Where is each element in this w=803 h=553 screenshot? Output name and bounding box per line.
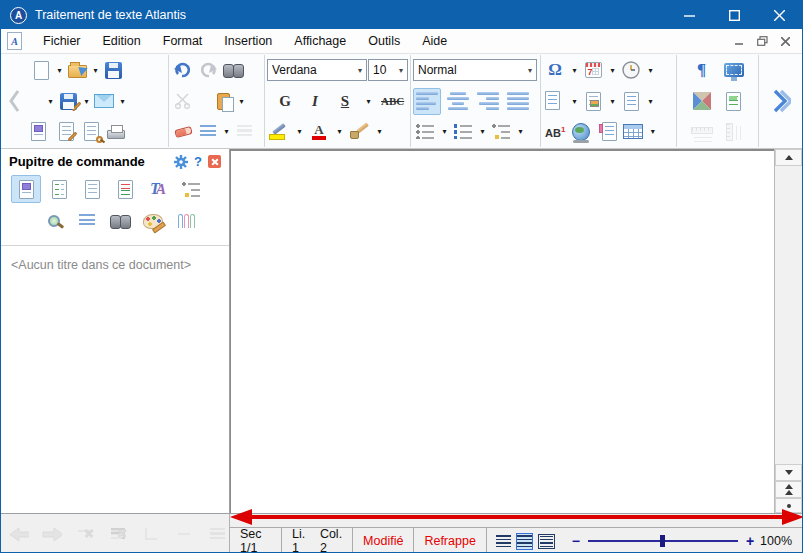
panel-colored-list-button[interactable]	[44, 175, 74, 203]
highlight-view-button[interactable]	[722, 88, 746, 115]
insert-section-dropdown[interactable]: ▾	[646, 97, 655, 106]
remove-marker-button[interactable]	[73, 521, 97, 548]
panel-revisions-button[interactable]	[110, 175, 140, 203]
open-dropdown[interactable]: ▾	[91, 66, 100, 75]
navigate-back-button[interactable]	[7, 521, 31, 548]
scroll-down-button[interactable]	[775, 464, 802, 481]
panel-fonts-button[interactable]: TA	[143, 175, 173, 203]
mdi-close-button[interactable]	[778, 35, 792, 47]
panel-close-icon[interactable]	[208, 155, 221, 168]
panel-zoom-button[interactable]	[39, 207, 69, 235]
bullet-list-dropdown[interactable]: ▾	[440, 127, 449, 136]
horizontal-ruler-button[interactable]	[689, 118, 715, 145]
insert-table-button[interactable]	[621, 118, 645, 145]
minimize-button[interactable]	[667, 1, 712, 29]
save-button[interactable]	[101, 57, 125, 84]
multilevel-list-button[interactable]	[489, 118, 513, 145]
multilevel-list-dropdown[interactable]: ▾	[516, 127, 525, 136]
insert-image-button[interactable]	[581, 88, 605, 115]
new-document-button[interactable]	[29, 57, 53, 84]
strikethrough-button[interactable]: ABC	[379, 88, 406, 115]
erase-button[interactable]	[171, 118, 195, 145]
bold-button[interactable]: G	[273, 88, 297, 115]
toolbar-scroll-left-button[interactable]	[1, 55, 27, 147]
status-section[interactable]: Sec 1/1	[230, 528, 282, 553]
menu-insertion[interactable]: Insertion	[213, 31, 283, 51]
insert-bookmark-button[interactable]	[595, 118, 619, 145]
horizontal-scrollbar[interactable]	[230, 514, 803, 527]
print-button[interactable]	[104, 118, 128, 145]
send-mail-button[interactable]	[92, 88, 116, 115]
insert-symbol-dropdown[interactable]: ▾	[570, 66, 579, 75]
highlight-button[interactable]	[267, 118, 291, 145]
menu-aide[interactable]: Aide	[411, 31, 458, 51]
undo-button[interactable]	[171, 57, 195, 84]
send-mail-dropdown[interactable]: ▾	[118, 97, 127, 106]
panel-clips-button[interactable]	[171, 207, 201, 235]
font-color-button[interactable]: A	[307, 118, 331, 145]
numbered-list-button[interactable]	[451, 118, 475, 145]
line-spacing-dropdown[interactable]: ▾	[222, 127, 231, 136]
insert-image-dropdown[interactable]: ▾	[608, 97, 617, 106]
new-document-dropdown[interactable]: ▾	[55, 66, 64, 75]
menu-format[interactable]: Format	[152, 31, 214, 51]
fullscreen-button[interactable]	[722, 57, 746, 84]
maximize-button[interactable]	[712, 1, 757, 29]
list-marker-button[interactable]	[205, 521, 229, 548]
documents-manager-button[interactable]	[29, 118, 53, 145]
scroll-up-button[interactable]	[775, 149, 802, 166]
vertical-scroll-track[interactable]	[775, 166, 802, 464]
paste-dropdown[interactable]: ▾	[237, 97, 246, 106]
remove-all-markers-button[interactable]	[106, 521, 130, 548]
paste-button[interactable]	[211, 88, 235, 115]
save-as-button[interactable]	[56, 88, 80, 115]
corner-marker-button[interactable]	[139, 521, 163, 548]
status-modified[interactable]: Modifié	[353, 528, 414, 553]
menu-affichage[interactable]: Affichage	[283, 31, 357, 51]
document-properties-button[interactable]	[54, 118, 78, 145]
bullet-list-button[interactable]	[413, 118, 437, 145]
panel-palette-button[interactable]	[138, 207, 168, 235]
insert-file-dropdown[interactable]: ▾	[570, 97, 579, 106]
insert-time-button[interactable]	[619, 57, 643, 84]
align-left-button[interactable]	[413, 88, 441, 115]
panel-outline-button[interactable]	[176, 175, 206, 203]
toolbar-scroll-right-button[interactable]	[759, 55, 802, 147]
print-preview-button[interactable]	[79, 118, 103, 145]
cut-button[interactable]	[171, 88, 195, 115]
gear-icon[interactable]	[174, 155, 188, 169]
zoom-out-button[interactable]: −	[572, 533, 580, 549]
format-painter-dropdown[interactable]: ▾	[375, 127, 384, 136]
underline-dropdown[interactable]: ▾	[364, 97, 373, 106]
align-center-button[interactable]	[445, 88, 471, 115]
document-icon[interactable]: A	[7, 32, 22, 50]
font-color-dropdown[interactable]: ▾	[335, 127, 344, 136]
save-extra-dropdown[interactable]: ▾	[46, 97, 55, 106]
zoom-level[interactable]: 100%	[760, 534, 792, 548]
zoom-in-button[interactable]: +	[746, 533, 754, 549]
style-combo[interactable]: Normal▾	[413, 59, 537, 81]
document-area[interactable]	[230, 149, 774, 513]
font-size-combo[interactable]: 10▾	[368, 59, 408, 81]
clear-formatting-button[interactable]	[232, 118, 256, 145]
font-name-combo[interactable]: Verdana▾	[267, 59, 367, 81]
help-icon[interactable]: ?	[194, 154, 202, 169]
numbered-list-dropdown[interactable]: ▾	[478, 127, 487, 136]
insert-hyperlink-button[interactable]	[569, 118, 593, 145]
panel-titles-button[interactable]	[11, 175, 41, 203]
status-line-column[interactable]: Li. 1Col. 2	[282, 528, 353, 553]
zoom-slider-handle[interactable]	[660, 535, 665, 547]
line-spacing-button[interactable]	[196, 118, 220, 145]
insert-time-dropdown[interactable]: ▾	[646, 66, 655, 75]
mdi-minimize-button[interactable]	[732, 35, 746, 47]
dash-marker-button[interactable]	[172, 521, 196, 548]
insert-section-button[interactable]	[619, 88, 643, 115]
navigate-forward-button[interactable]	[40, 521, 64, 548]
panel-search-button[interactable]	[105, 207, 135, 235]
save-as-dropdown[interactable]: ▾	[82, 97, 91, 106]
status-overtype[interactable]: Refrappe	[414, 528, 486, 553]
mdi-restore-button[interactable]	[755, 35, 769, 47]
previous-page-button[interactable]	[775, 481, 802, 498]
vertical-scrollbar[interactable]	[774, 149, 802, 513]
menu-edition[interactable]: Edition	[92, 31, 152, 51]
